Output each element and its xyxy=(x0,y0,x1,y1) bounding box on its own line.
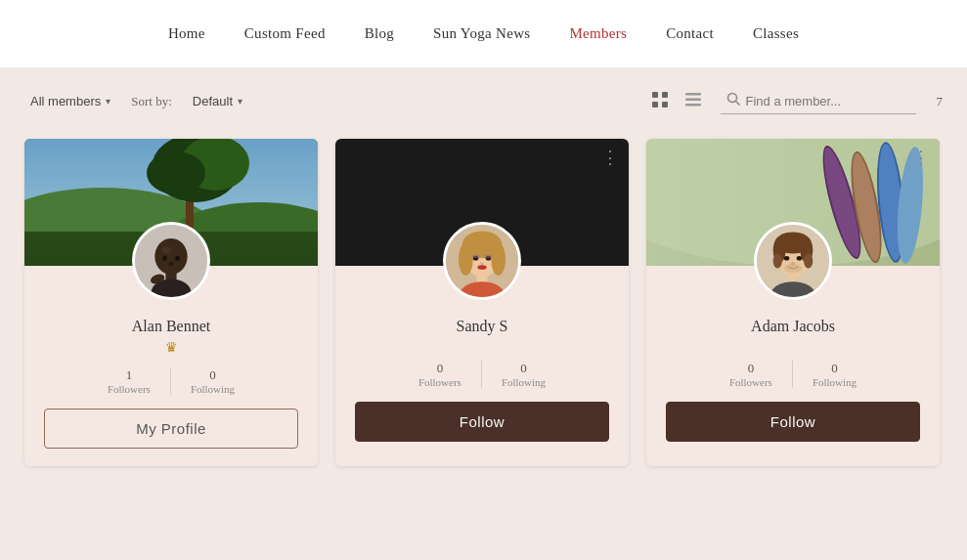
search-input[interactable] xyxy=(746,94,902,108)
following-label-alan: Following xyxy=(191,383,235,395)
card-badge-alan: ♛ xyxy=(44,339,298,356)
svg-rect-6 xyxy=(685,104,701,107)
follow-button-adam[interactable]: Follow xyxy=(666,402,920,442)
sort-label: Sort by: xyxy=(131,94,172,109)
card-body-alan: Alan Bennet ♛ 1 Followers 0 Following My… xyxy=(24,300,318,466)
list-icon xyxy=(684,95,702,111)
all-members-filter[interactable]: All members ▾ xyxy=(24,90,116,112)
card-avatar-wrap-alan xyxy=(24,222,318,300)
avatar-adam xyxy=(754,222,832,300)
svg-point-60 xyxy=(791,262,796,266)
svg-point-16 xyxy=(147,151,205,194)
search-icon xyxy=(726,92,740,109)
card-avatar-wrap-sandy xyxy=(335,222,629,300)
members-area: All members ▾ Sort by: Default ▾ xyxy=(0,68,967,560)
member-name-alan: Alan Bennet xyxy=(44,318,298,335)
member-count: 7 xyxy=(937,94,944,109)
chevron-down-icon: ▾ xyxy=(106,96,110,107)
svg-point-23 xyxy=(175,255,180,261)
svg-rect-1 xyxy=(662,92,668,98)
sort-filter[interactable]: Default ▾ xyxy=(187,90,248,112)
svg-point-57 xyxy=(784,256,790,261)
followers-count-alan: 1 xyxy=(108,367,151,383)
member-card-alan-bennet: Alan Bennet ♛ 1 Followers 0 Following My… xyxy=(24,139,318,466)
svg-rect-2 xyxy=(652,102,658,108)
sort-value: Default xyxy=(193,94,233,108)
filters-bar: All members ▾ Sort by: Default ▾ xyxy=(24,88,943,114)
main-nav: Home Custom Feed Blog Sun Yoga News Memb… xyxy=(0,0,967,68)
svg-rect-3 xyxy=(662,102,668,108)
nav-blog[interactable]: Blog xyxy=(365,25,394,42)
member-name-adam: Adam Jacobs xyxy=(666,318,920,335)
followers-count-adam: 0 xyxy=(729,361,772,376)
avatar-sandy xyxy=(443,222,521,300)
cards-grid: Alan Bennet ♛ 1 Followers 0 Following My… xyxy=(24,139,943,466)
card-body-sandy: Sandy S 0 Followers 0 Following Follow xyxy=(335,300,629,459)
followers-label-alan: Followers xyxy=(108,383,151,395)
following-label-sandy: Following xyxy=(502,376,546,388)
svg-point-54 xyxy=(804,254,813,269)
card-stats-sandy: 0 Followers 0 Following xyxy=(355,361,609,388)
svg-point-18 xyxy=(154,238,187,275)
avatar-alan xyxy=(132,222,210,300)
grid-icon xyxy=(651,95,669,111)
svg-rect-5 xyxy=(685,98,701,101)
followers-label-sandy: Followers xyxy=(418,376,462,388)
stat-following-sandy: 0 Following xyxy=(482,361,565,388)
following-label-adam: Following xyxy=(813,376,857,388)
stat-following-alan: 0 Following xyxy=(171,367,254,395)
following-count-alan: 0 xyxy=(191,367,235,383)
grid-view-button[interactable] xyxy=(647,89,673,114)
my-profile-button[interactable]: My Profile xyxy=(44,409,298,449)
sort-chevron-icon: ▾ xyxy=(238,96,242,107)
member-card-adam-jacobs: ⋮ xyxy=(646,139,940,466)
following-count-sandy: 0 xyxy=(502,361,546,376)
svg-rect-4 xyxy=(685,93,701,96)
member-card-sandy-s: ⋮ xyxy=(335,139,629,466)
svg-point-58 xyxy=(797,256,803,261)
all-members-label: All members xyxy=(30,94,101,108)
card-badge-adam-spacer xyxy=(666,339,920,361)
svg-point-29 xyxy=(459,243,473,276)
stat-followers-adam: 0 Followers xyxy=(710,361,793,388)
member-name-sandy: Sandy S xyxy=(355,318,609,335)
followers-count-sandy: 0 xyxy=(418,361,462,376)
card-body-adam: Adam Jacobs 0 Followers 0 Following Foll… xyxy=(646,300,940,459)
stat-followers-alan: 1 Followers xyxy=(88,367,171,395)
nav-members[interactable]: Members xyxy=(569,25,627,42)
nav-home[interactable]: Home xyxy=(168,25,205,42)
followers-label-adam: Followers xyxy=(729,376,772,388)
list-view-button[interactable] xyxy=(681,89,706,114)
card-avatar-wrap-adam xyxy=(646,222,940,300)
follow-button-sandy[interactable]: Follow xyxy=(355,402,609,442)
crown-icon: ♛ xyxy=(165,339,178,356)
stat-following-adam: 0 Following xyxy=(793,361,876,388)
card-badge-sandy-spacer xyxy=(355,339,609,361)
svg-point-37 xyxy=(477,265,486,270)
card-stats-adam: 0 Followers 0 Following xyxy=(666,361,920,388)
following-count-adam: 0 xyxy=(813,361,857,376)
svg-rect-0 xyxy=(652,92,658,98)
card-stats-alan: 1 Followers 0 Following xyxy=(44,367,298,395)
stat-followers-sandy: 0 Followers xyxy=(399,361,482,388)
nav-custom-feed[interactable]: Custom Feed xyxy=(244,25,326,42)
svg-point-22 xyxy=(162,255,167,261)
svg-point-19 xyxy=(161,246,172,253)
svg-point-53 xyxy=(773,254,782,269)
nav-classes[interactable]: Classes xyxy=(753,25,799,42)
nav-contact[interactable]: Contact xyxy=(666,25,714,42)
nav-sun-yoga-news[interactable]: Sun Yoga News xyxy=(433,25,530,42)
svg-point-30 xyxy=(491,243,505,276)
svg-point-24 xyxy=(168,262,174,266)
more-menu-adam[interactable]: ⋮ xyxy=(912,149,930,166)
svg-point-35 xyxy=(472,255,479,259)
search-area xyxy=(721,88,916,114)
svg-point-36 xyxy=(485,255,492,259)
svg-point-38 xyxy=(480,262,484,265)
view-toggle xyxy=(647,89,706,114)
svg-line-8 xyxy=(735,102,739,106)
more-menu-sandy[interactable]: ⋮ xyxy=(601,149,619,166)
